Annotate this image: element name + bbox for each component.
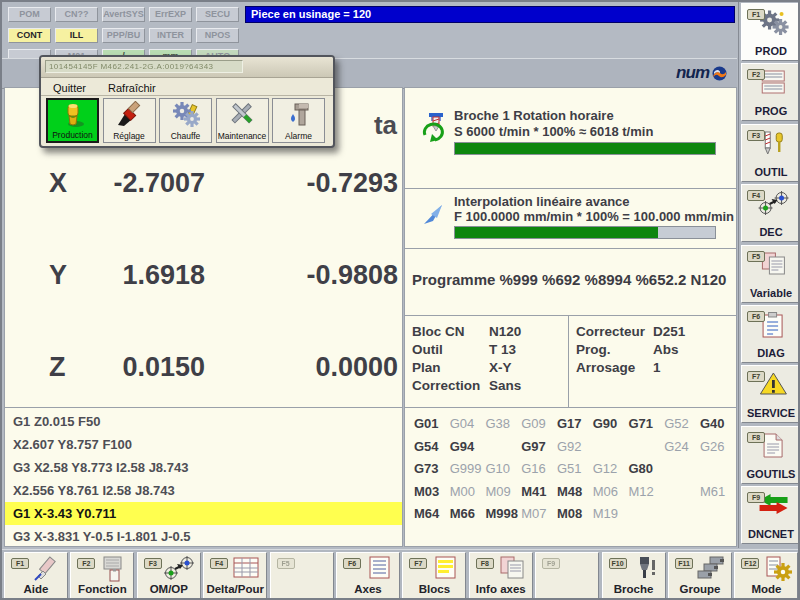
mode-gear-icon: [764, 555, 792, 586]
utility-window-titlebar[interactable]: 101454145F M462.241-2G.A:0019?64343: [41, 57, 333, 78]
f-key-badge: F5: [747, 251, 765, 262]
blocs-doc-icon: [432, 555, 460, 585]
gm-code-g80: G80: [629, 461, 664, 477]
sidebar-item-dec[interactable]: F4DEC: [741, 184, 800, 242]
feed-panel: Interpolation linéaire avance F 100.0000…: [404, 188, 737, 249]
bottom-toolbar: F1AideF2FonctionF3OM/OPF4Delta/PourF5F6A…: [2, 549, 800, 600]
gm-code-g73: G73: [414, 461, 449, 477]
toolbar-button-empty: F9: [535, 552, 599, 599]
sidebar-item-variable[interactable]: F5Variable: [741, 245, 800, 303]
menu-item-rafra-chir[interactable]: Rafraîchir: [108, 80, 156, 96]
axis-delta-value: -0.9808: [260, 260, 398, 290]
cnc-screen: POMCN??AvertSYSErrEXPSECUCONTILLPPP/BUIN…: [0, 0, 800, 600]
gm-code-m41: M41: [521, 484, 556, 500]
num-logo-mark: [712, 66, 727, 81]
origin-shift-icon: [163, 555, 195, 586]
feed-arrow-icon: [420, 201, 448, 233]
status-label: Plan: [412, 360, 441, 376]
toolbar-button-blocs[interactable]: F7Blocs: [402, 552, 466, 599]
toolbar-button-groupe[interactable]: F11Groupe: [668, 552, 732, 599]
f-key-badge: F7: [409, 558, 427, 569]
status-value: 1: [653, 360, 661, 376]
gm-code-m61: M61: [700, 484, 735, 500]
sidebar-item-label: DIAG: [742, 347, 800, 359]
gm-code-g01: G01: [414, 416, 449, 432]
sidebar-item-prog[interactable]: F2PROG: [741, 63, 800, 121]
sidebar-item-outil[interactable]: F3OUTIL: [741, 124, 800, 182]
sidebar-item-goutils[interactable]: F8GOUTILS: [741, 426, 800, 484]
f-key-badge: F9: [747, 492, 765, 503]
mode-button-alarme[interactable]: Alarme: [272, 98, 325, 143]
utility-window-menubar: QuitterRafraîchir: [41, 78, 333, 96]
sidebar-item-diag[interactable]: F6DIAG: [741, 305, 800, 363]
gcode-line-current: G1 X-3.43 Y0.711: [5, 502, 402, 525]
axis-current-value: 1.6918: [75, 260, 205, 290]
status-button-pom[interactable]: POM: [8, 7, 51, 22]
utility-window-buttons: ProductionRéglageChauffeMaintenanceAlarm…: [41, 96, 333, 146]
gm-code-g94: G94: [450, 439, 485, 455]
toolbar-button-empty: F5: [270, 552, 334, 599]
f-key-badge: F6: [747, 311, 765, 322]
toolbar-button-mode[interactable]: F12Mode: [734, 552, 798, 599]
sidebar-item-dncnet[interactable]: F9DNCNET: [741, 486, 800, 544]
doc-clipboard-icon: [100, 555, 128, 586]
status-value: Sans: [489, 378, 521, 394]
programme-panel: Programme %999 %692 %8994 %652.2 N120: [404, 248, 737, 316]
gm-code-g12: G12: [593, 461, 628, 477]
status-label: Bloc CN: [412, 324, 465, 340]
toolbar-button-label: Blocs: [403, 583, 465, 596]
axis-row-x: X -2.7007 -0.7293: [5, 168, 402, 198]
status-button-cn[interactable]: CN??: [55, 7, 98, 22]
gm-code-m48: M48: [557, 484, 592, 500]
mode-button-label: Production: [48, 131, 97, 140]
status-button-npos[interactable]: NPOS: [196, 28, 239, 43]
f-key-badge: F1: [747, 9, 765, 20]
mode-button-chauffe[interactable]: Chauffe: [159, 98, 212, 143]
toolbar-button-axes[interactable]: F6Axes: [336, 552, 400, 599]
gcode-line: G1 Z0.015 F50: [5, 410, 402, 433]
status-button-secu[interactable]: SECU: [196, 7, 239, 22]
toolbar-button-label: Groupe: [669, 583, 731, 596]
toolbar-button-om-op[interactable]: F3OM/OP: [137, 552, 201, 599]
mode-button-maintenance[interactable]: Maintenance: [216, 98, 269, 143]
toolbar-button-aide[interactable]: F1Aide: [4, 552, 68, 599]
status-button-inter[interactable]: INTER: [149, 28, 192, 43]
gm-code-m00: M00: [450, 484, 485, 500]
sidebar-item-service[interactable]: F7SERVICE: [741, 365, 800, 423]
status-button-errexp[interactable]: ErrEXP: [149, 7, 192, 22]
pen-icon: [32, 555, 62, 586]
mode-button-r-glage[interactable]: Réglage: [103, 98, 156, 143]
mode-button-production[interactable]: Production: [46, 98, 99, 143]
gm-code-m06: M06: [593, 484, 628, 500]
axis-current-value: -2.7007: [75, 168, 205, 198]
docs-icon: [497, 555, 527, 585]
gm-code-g999: G999: [450, 461, 485, 477]
menu-item-quitter[interactable]: Quitter: [53, 80, 86, 96]
corrector-status-panel: CorrecteurD251 Prog.Abs Arrosage1: [568, 315, 737, 408]
gm-code-m64: M64: [414, 506, 449, 522]
message-bar: Piece en usinage = 120: [245, 6, 735, 23]
status-button-ill[interactable]: ILL: [55, 28, 98, 43]
toolbar-button-broche[interactable]: F10Broche: [602, 552, 666, 599]
gm-code-m19: M19: [593, 506, 628, 522]
f-key-badge: F3: [144, 558, 162, 569]
sidebar-item-prod[interactable]: F1PROD: [741, 3, 800, 61]
gm-code-m12: M12: [629, 484, 664, 500]
gm-code-m07: M07: [521, 506, 556, 522]
f-key-badge: F1: [11, 558, 29, 569]
status-button-avertsys[interactable]: AvertSYS: [102, 7, 145, 22]
gm-code-grid: G01G04G38G09G17G90G71G52G40G54G94G97G92G…: [404, 407, 737, 547]
gm-code-m03: M03: [414, 484, 449, 500]
toolbar-button-fonction[interactable]: F2Fonction: [70, 552, 134, 599]
status-button-ppp-bu[interactable]: PPP/BU: [102, 28, 145, 43]
mode-button-label: Chauffe: [160, 132, 211, 141]
gm-code-g52: G52: [664, 416, 699, 432]
status-button-cont[interactable]: CONT: [8, 28, 51, 43]
toolbar-button-info-axes[interactable]: F8Info axes: [469, 552, 533, 599]
gm-code-g97: G97: [521, 439, 556, 455]
num-logo: num: [676, 64, 727, 82]
brush-icon: [115, 101, 143, 132]
gm-code-m09: M09: [486, 484, 521, 500]
toolbar-button-delta-pour[interactable]: F4Delta/Pour: [203, 552, 267, 599]
status-value: D251: [653, 324, 685, 340]
